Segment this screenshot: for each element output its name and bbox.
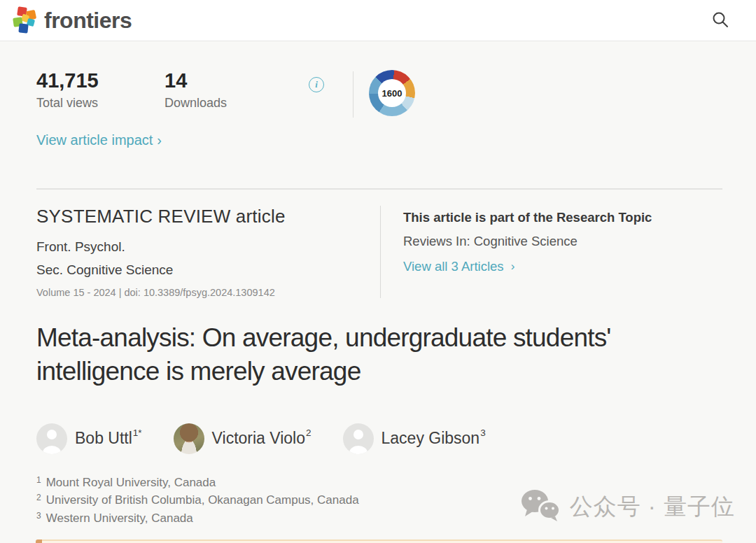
- article-header-section: 41,715 Total views 14 Downloads i 1600 V…: [0, 70, 756, 528]
- authors-row: Bob Uttl 1* Victoria Violo 2 Lacey Gibso…: [36, 423, 722, 454]
- downloads-label: Downloads: [164, 96, 309, 111]
- chevron-right-icon: ›: [157, 132, 162, 148]
- affiliation-item: 2University of British Columbia, Okanaga…: [36, 492, 722, 510]
- author-superscript: 2: [306, 428, 312, 438]
- avatar: [36, 423, 67, 454]
- author-superscript: 3: [480, 428, 486, 438]
- author-bob-uttl[interactable]: Bob Uttl 1*: [36, 423, 142, 454]
- search-icon: [711, 20, 729, 31]
- article-meta-row: SYSTEMATIC REVIEW article Front. Psychol…: [36, 206, 722, 298]
- volume-doi: Volume 15 - 2024 | doi: 10.3389/fpsyg.20…: [36, 287, 358, 298]
- metrics-row: 41,715 Total views 14 Downloads i 1600: [36, 70, 722, 118]
- view-article-impact-link[interactable]: View article impact ›: [36, 132, 162, 148]
- altmetric-badge[interactable]: 1600: [369, 70, 415, 116]
- horizontal-divider: [36, 188, 722, 190]
- downloads-value: 14: [164, 70, 309, 92]
- total-views-stat: 41,715 Total views: [36, 70, 164, 111]
- journal-name: Front. Psychol.: [36, 239, 358, 255]
- top-navigation-bar: frontiers: [0, 0, 756, 41]
- article-title: Meta-analysis: On average, undergraduate…: [36, 321, 722, 389]
- affiliations-list: 1Mount Royal University, Canada 2Univers…: [36, 474, 722, 528]
- frontiers-cubes-icon: [11, 6, 39, 35]
- frontiers-logo[interactable]: frontiers: [11, 6, 132, 35]
- affiliation-item: 1Mount Royal University, Canada: [36, 474, 722, 493]
- views-value: 41,715: [36, 70, 164, 92]
- article-meta: SYSTEMATIC REVIEW article Front. Psychol…: [36, 206, 358, 298]
- altmetric-score: 1600: [378, 79, 406, 107]
- article-type-heading: SYSTEMATIC REVIEW article: [36, 206, 358, 227]
- author-superscript: 1*: [133, 428, 142, 438]
- avatar: [174, 423, 204, 454]
- search-button[interactable]: [708, 8, 732, 34]
- logo-wordmark: frontiers: [44, 9, 132, 31]
- research-topic-block: This article is part of the Research Top…: [403, 206, 652, 298]
- affiliation-item: 3Western University, Canada: [36, 510, 722, 528]
- view-all-articles-link[interactable]: View all 3 Articles ›: [403, 259, 514, 274]
- research-topic-intro: This article is part of the Research Top…: [403, 210, 652, 225]
- avatar: [343, 423, 374, 454]
- views-label: Total views: [36, 96, 164, 111]
- cutoff-notice-banner: [36, 540, 722, 543]
- vertical-divider: [353, 71, 354, 118]
- author-lacey-gibson[interactable]: Lacey Gibson 3: [343, 423, 486, 454]
- info-icon[interactable]: i: [309, 77, 324, 92]
- research-topic-name[interactable]: Reviews In: Cognitive Science: [403, 234, 652, 249]
- downloads-stat: 14 Downloads: [164, 70, 309, 111]
- vertical-divider: [380, 206, 381, 298]
- chevron-right-icon: ›: [511, 260, 515, 274]
- journal-section: Sec. Cognitive Science: [36, 262, 358, 278]
- author-victoria-violo[interactable]: Victoria Violo 2: [174, 423, 312, 454]
